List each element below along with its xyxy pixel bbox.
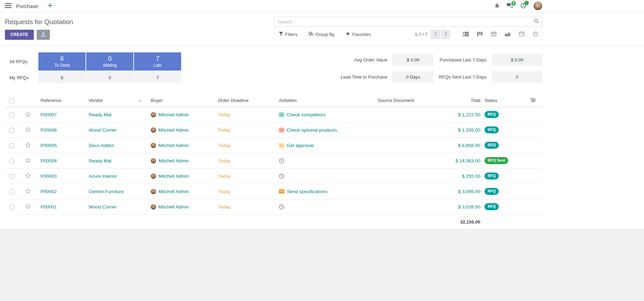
activity-state-icon[interactable] (279, 128, 284, 132)
reference-cell[interactable]: P00007 (38, 107, 87, 122)
col-activities[interactable]: Activities (277, 94, 376, 107)
activity-cell[interactable] (277, 153, 376, 168)
app-name[interactable]: Purchase (16, 3, 38, 9)
order-deadline-cell[interactable]: Today (216, 199, 277, 214)
vendor-cell[interactable]: Azure Interior (87, 168, 149, 184)
tile-to-send[interactable]: 6 To Send (38, 52, 86, 71)
tile-late[interactable]: 7 Late (134, 52, 181, 71)
order-deadline-cell[interactable]: Today (216, 168, 277, 184)
tile-waiting[interactable]: 0 Waiting (86, 52, 133, 71)
source-document-cell[interactable] (376, 168, 446, 184)
reference-cell[interactable]: P00005 (38, 138, 87, 153)
buyer-cell[interactable]: Mitchell Admin (149, 107, 216, 122)
buyer-cell[interactable]: Mitchell Admin (149, 138, 216, 153)
group-by-button[interactable]: Group By (309, 32, 334, 37)
table-row[interactable]: P00002 Gemini Furniture Mitchell Admin T… (5, 184, 542, 199)
row-checkbox[interactable] (9, 159, 14, 163)
col-buyer[interactable]: Buyer (149, 94, 216, 107)
vendor-cell[interactable]: Deco Addict (87, 138, 149, 153)
activity-cell[interactable]: Check competitors (277, 107, 376, 122)
activity-cell[interactable] (277, 199, 376, 214)
my-to-send-count[interactable]: 6 (38, 72, 86, 83)
source-document-cell[interactable] (376, 107, 446, 122)
buyer-cell[interactable]: Mitchell Admin (149, 199, 216, 214)
buyer-cell[interactable]: Mitchell Admin (149, 122, 216, 138)
vendor-cell[interactable]: Wood Corner (87, 199, 149, 214)
activity-state-icon[interactable] (279, 158, 284, 163)
source-document-cell[interactable] (376, 199, 446, 214)
total-cell[interactable]: $ 255.00 (446, 168, 482, 184)
row-checkbox[interactable] (9, 112, 14, 117)
reference-cell[interactable]: P00001 (38, 199, 87, 214)
row-checkbox[interactable] (9, 174, 14, 179)
list-view-button[interactable] (459, 29, 473, 39)
favorite-toggle[interactable] (25, 188, 31, 194)
table-row[interactable]: P00006 Wood Corner Mitchell Admin Today (5, 122, 542, 138)
table-row[interactable]: P00003 Azure Interior Mitchell Admin Tod… (5, 168, 542, 184)
col-reference[interactable]: Reference (38, 94, 87, 107)
select-all-checkbox[interactable] (9, 98, 14, 103)
row-checkbox[interactable] (9, 128, 14, 133)
source-document-cell[interactable] (376, 138, 446, 153)
table-row[interactable]: P00007 Ready Mat Mitchell Admin Today (5, 107, 542, 122)
activity-state-icon[interactable] (279, 204, 284, 210)
favorite-toggle[interactable] (25, 157, 31, 163)
table-row[interactable]: P00004 Ready Mat Mitchell Admin Today (5, 153, 542, 168)
order-deadline-cell[interactable]: Today (216, 107, 277, 122)
search-icon[interactable] (534, 19, 539, 25)
row-checkbox[interactable] (9, 189, 14, 194)
table-row[interactable]: P00005 Deco Addict Mitchell Admin Today (5, 138, 542, 153)
calendar-view-button[interactable] (515, 29, 528, 39)
order-deadline-cell[interactable]: Today (216, 184, 277, 199)
order-deadline-cell[interactable]: Today (216, 122, 277, 138)
table-row[interactable]: P00001 Wood Corner Mitchell Admin Today (5, 199, 542, 214)
activity-cell[interactable]: Get approval (277, 138, 376, 153)
row-checkbox[interactable] (9, 143, 14, 148)
vendor-cell[interactable]: Gemini Furniture (87, 184, 149, 199)
col-source-document[interactable]: Source Document (376, 94, 446, 107)
messages-button[interactable]: 5 (507, 3, 513, 9)
pivot-view-button[interactable] (487, 29, 501, 39)
reference-cell[interactable]: P00006 (38, 122, 87, 138)
order-deadline-cell[interactable]: Today (216, 153, 277, 168)
row-checkbox[interactable] (9, 205, 14, 210)
activity-state-icon[interactable] (279, 112, 284, 117)
favorites-button[interactable]: Favorites (346, 32, 371, 37)
source-document-cell[interactable] (376, 184, 446, 199)
filters-button[interactable]: Filters (279, 32, 297, 37)
favorite-toggle[interactable] (25, 173, 31, 178)
col-order-deadline[interactable]: Order Deadline (216, 94, 277, 107)
activity-cell[interactable]: Check optional products (277, 122, 376, 138)
my-waiting-count[interactable]: 0 (86, 72, 133, 83)
vendor-cell[interactable]: Ready Mat (87, 107, 149, 122)
vendor-cell[interactable]: Wood Corner (87, 122, 149, 138)
total-cell[interactable]: $ 14,563.00 (446, 153, 482, 168)
buyer-cell[interactable]: Mitchell Admin (149, 153, 216, 168)
my-late-count[interactable]: 7 (134, 72, 181, 83)
col-status[interactable]: Status (482, 94, 524, 107)
debug-button[interactable] (495, 3, 499, 9)
activity-state-icon[interactable] (279, 174, 284, 179)
total-cell[interactable]: $ 3,095.00 (446, 184, 482, 199)
buyer-cell[interactable]: Mitchell Admin (149, 184, 216, 199)
optional-columns-button[interactable] (524, 94, 542, 107)
pager-next-button[interactable] (441, 30, 450, 39)
col-total[interactable]: Total (446, 94, 482, 107)
activity-view-button[interactable] (528, 29, 542, 39)
favorite-toggle[interactable] (25, 111, 31, 117)
favorite-toggle[interactable] (25, 142, 31, 148)
apps-menu-button[interactable] (5, 3, 12, 9)
activity-state-icon[interactable] (279, 143, 284, 148)
favorite-toggle[interactable] (25, 127, 31, 132)
activity-state-icon[interactable] (279, 189, 284, 193)
order-deadline-cell[interactable]: Today (216, 138, 277, 153)
buyer-cell[interactable]: Mitchell Admin (149, 168, 216, 184)
new-tab-button[interactable] (48, 3, 52, 9)
activity-cell[interactable] (277, 168, 376, 184)
pager-previous-button[interactable] (431, 30, 440, 39)
reference-cell[interactable]: P00004 (38, 153, 87, 168)
activities-button[interactable] (520, 3, 526, 9)
kanban-view-button[interactable] (473, 29, 487, 39)
col-vendor[interactable]: Vendor (87, 94, 149, 107)
favorite-toggle[interactable] (25, 204, 31, 209)
